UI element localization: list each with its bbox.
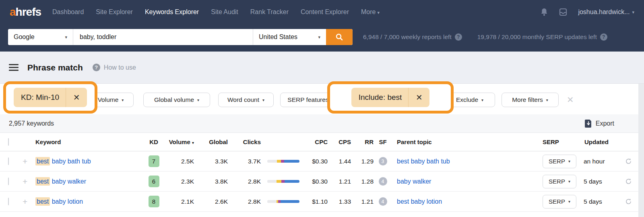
- search-box: Google ▾ United States ▾: [8, 29, 353, 45]
- help-question-icon[interactable]: ?: [93, 64, 100, 71]
- add-to-list-icon[interactable]: +: [23, 177, 35, 186]
- add-to-list-icon[interactable]: +: [23, 197, 35, 206]
- nav-item-site-audit[interactable]: Site Audit: [211, 8, 238, 16]
- col-clicks[interactable]: Clicks: [228, 138, 261, 145]
- search-engine-select[interactable]: Google ▾: [8, 29, 73, 45]
- nav-item-dashboard[interactable]: Dashboard: [52, 8, 84, 16]
- export-label: Export: [596, 120, 614, 127]
- user-menu[interactable]: joshua.hardwick... ▾: [578, 8, 634, 16]
- question-icon[interactable]: ?: [600, 33, 607, 41]
- keyword-link[interactable]: best baby walker: [35, 178, 144, 185]
- updated-value: an hour: [580, 158, 618, 165]
- col-sf[interactable]: SF: [374, 138, 392, 145]
- navbar-right: joshua.hardwick... ▾: [540, 8, 634, 17]
- row-checkbox[interactable]: [8, 198, 9, 205]
- include-filter-chip[interactable]: Include: best ✕: [351, 88, 430, 107]
- serp-dropdown-button[interactable]: SERP▾: [543, 175, 576, 188]
- top-navbar: ahrefs Dashboard Site Explorer Keywords …: [0, 0, 644, 52]
- nav-item-more[interactable]: More▾: [361, 8, 380, 16]
- col-updated[interactable]: Updated: [580, 138, 618, 145]
- keyword-highlight: best: [35, 177, 50, 186]
- kd-badge: 7: [149, 155, 159, 167]
- inbox-icon[interactable]: [559, 8, 568, 17]
- page-title: Phrase match: [27, 63, 83, 72]
- global-volume-value: 3.8K: [194, 178, 228, 185]
- keyword-link[interactable]: best baby bath tub: [35, 158, 144, 165]
- include-chip-close-icon[interactable]: ✕: [409, 88, 429, 107]
- kd-chip-close-icon[interactable]: ✕: [66, 88, 87, 107]
- keyword-link[interactable]: best baby lotion: [35, 198, 144, 205]
- results-count: 2,957 keywords: [9, 120, 54, 127]
- nav-item-rank-tracker[interactable]: Rank Tracker: [250, 8, 289, 16]
- serp-dropdown-button[interactable]: SERP▾: [543, 155, 576, 168]
- select-all-checkbox[interactable]: [8, 138, 9, 146]
- keyword-search-input[interactable]: [73, 29, 253, 45]
- serp-label: SERP: [549, 158, 565, 165]
- global-volume-filter-button[interactable]: Global volume ▾: [143, 93, 210, 107]
- row-checkbox[interactable]: [8, 157, 9, 165]
- more-filters-button[interactable]: More filters ▾: [502, 93, 559, 107]
- col-keyword[interactable]: Keyword: [35, 138, 144, 145]
- word-count-filter-button[interactable]: Word count ▾: [218, 93, 274, 107]
- clicks-value: 3.7K: [228, 158, 261, 165]
- global-volume-filter-label: Global volume: [154, 96, 194, 103]
- chevron-down-icon: ▾: [377, 10, 380, 15]
- nav-item-content-explorer[interactable]: Content Explorer: [301, 8, 349, 16]
- refresh-icon[interactable]: [618, 158, 638, 165]
- filter-bar: Volume ▾ Global volume ▾ Word count ▾ SE…: [0, 84, 644, 114]
- col-cpc[interactable]: CPC: [301, 138, 328, 145]
- chevron-down-icon: ▾: [481, 98, 483, 102]
- parent-topic-link[interactable]: best baby bath tub: [392, 158, 538, 165]
- search-row: Google ▾ United States ▾ 6,948 / 7,000 w…: [0, 24, 644, 52]
- more-filters-label: More filters: [512, 96, 543, 103]
- include-chip-label: Include: best: [359, 93, 409, 102]
- row-checkbox[interactable]: [8, 178, 9, 185]
- col-parent-topic[interactable]: Parent topic: [392, 138, 538, 145]
- nav-item-site-explorer[interactable]: Site Explorer: [96, 8, 133, 16]
- cpc-value: $0.30: [301, 158, 328, 165]
- refresh-icon[interactable]: [618, 198, 638, 205]
- col-global[interactable]: Global: [194, 138, 228, 145]
- question-icon[interactable]: ?: [455, 33, 462, 41]
- nav-item-keywords-explorer[interactable]: Keywords Explorer: [145, 8, 199, 16]
- country-select[interactable]: United States ▾: [253, 29, 326, 45]
- col-volume[interactable]: Volume ▾: [163, 138, 194, 145]
- clicks-distribution-bar: [267, 200, 299, 203]
- col-cps[interactable]: CPS: [328, 138, 351, 145]
- col-rr[interactable]: RR: [351, 138, 374, 145]
- volume-filter-label: Volume: [98, 96, 119, 103]
- table-row: + best baby bath tub 7 2.5K 3.3K 3.7K $0…: [0, 151, 644, 172]
- serp-dropdown-button[interactable]: SERP▾: [543, 195, 576, 209]
- clear-all-filters-icon[interactable]: ✕: [567, 95, 574, 105]
- vertical-scrollbar[interactable]: [638, 84, 644, 217]
- rr-value: 1.21: [351, 198, 374, 205]
- col-kd[interactable]: KD: [144, 138, 163, 145]
- kd-chip-label: KD: Min-10: [21, 93, 66, 102]
- reports-menu-icon[interactable]: [9, 64, 19, 71]
- notifications-bell-icon[interactable]: [540, 8, 548, 17]
- report-header: Phrase match ? How to use: [0, 52, 644, 84]
- add-to-list-icon[interactable]: +: [23, 157, 35, 165]
- export-button[interactable]: Export: [585, 120, 614, 128]
- kd-filter-chip[interactable]: KD: Min-10 ✕: [14, 88, 87, 107]
- serp-label: SERP: [549, 178, 565, 185]
- weekly-reports-quota: 6,948 / 7,000 weekly reports left ?: [363, 33, 462, 41]
- cps-value: 1.44: [328, 158, 351, 165]
- keywords-explorer-page: ahrefs Dashboard Site Explorer Keywords …: [0, 0, 644, 217]
- refresh-icon[interactable]: [618, 178, 638, 185]
- search-button[interactable]: [326, 29, 353, 45]
- parent-topic-link[interactable]: best baby lotion: [392, 198, 538, 205]
- parent-topic-link[interactable]: baby walker: [392, 178, 538, 185]
- global-volume-value: 2.6K: [194, 198, 228, 205]
- updated-value: 5 days: [580, 178, 618, 185]
- navbar-links-row: ahrefs Dashboard Site Explorer Keywords …: [0, 0, 644, 24]
- table-row: + best baby lotion 8 2.1K 2.6K 2.8K $1.1…: [0, 192, 644, 212]
- ahrefs-logo[interactable]: ahrefs: [10, 6, 41, 19]
- keyword-highlight: best: [35, 157, 50, 165]
- serp-updates-quota-text: 19,978 / 20,000 monthly SERP updates lef…: [477, 33, 597, 41]
- kd-badge: 6: [149, 176, 159, 187]
- rr-value: 1.28: [351, 178, 374, 185]
- quota-group: 6,948 / 7,000 weekly reports left ? 19,9…: [363, 29, 607, 45]
- how-to-use-link[interactable]: How to use: [104, 64, 136, 71]
- kd-badge: 8: [149, 196, 159, 207]
